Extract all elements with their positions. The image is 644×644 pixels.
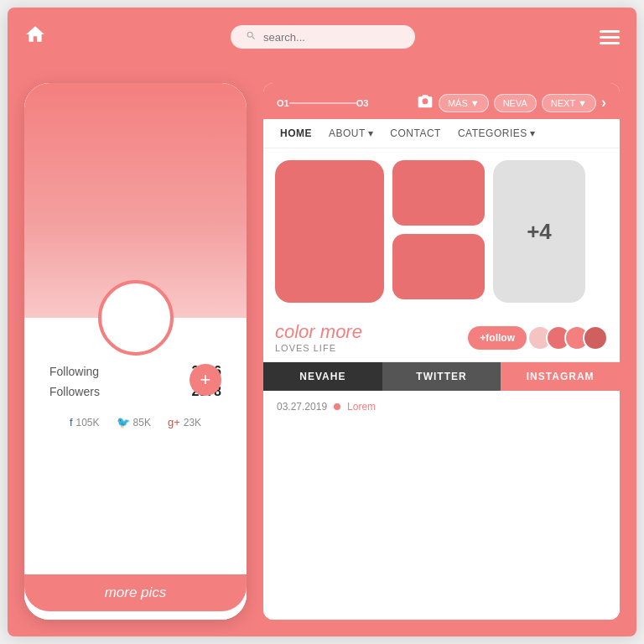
social-tabs: NEVAHE TWITTER INSTAGRAM [263,361,620,391]
left-panel: Following 2346 Followers 2378 + f 105K [24,83,247,620]
brand-text: color more LOVES LIFE [275,321,362,355]
next-arrow-icon[interactable]: › [601,94,606,112]
top-bar [8,8,636,66]
neva-button[interactable]: NEVA [494,94,537,112]
image-small-bottom [392,234,485,299]
search-input[interactable] [263,31,397,44]
phone-top-gradient [24,83,247,318]
slider-indicators: O1 O3 [277,98,417,108]
hamburger-line [600,36,620,39]
brand-tagline: LOVES LIFE [275,343,362,354]
content-bottom: 03.27.2019 Lorem [263,391,620,620]
hamburger-menu[interactable] [600,30,620,44]
search-bar[interactable] [231,25,415,49]
following-label: Following [49,365,99,378]
slider-buttons: MÁS ▼ NEVA NEXT ▼ › [417,93,606,112]
twitter-stat: 🐦 85K [117,416,151,428]
image-large [275,160,384,303]
dot-separator [334,403,340,410]
nav-home[interactable]: HOME [280,127,312,139]
google-value: 23K [184,417,201,428]
right-panel: O1 O3 MÁS ▼ NEVA [263,83,620,620]
google-stat: g+ 23K [168,416,201,428]
image-column [392,160,485,303]
main-content: Following 2346 Followers 2378 + f 105K [8,66,636,636]
avatar-circle-4 [583,325,608,351]
facebook-value: 105K [76,417,100,428]
image-small-top [392,160,485,226]
brand-follow-row: color more LOVES LIFE +follow [263,314,620,361]
hamburger-line [600,42,620,44]
nav-categories[interactable]: CATEGORIES ▾ [458,127,535,139]
phone-bottom: Following 2346 Followers 2378 + f 105K [24,318,247,620]
more-images[interactable]: +4 [493,160,585,303]
more-pics-bar[interactable]: more pics [24,574,247,611]
date-text: 03.27.2019 [277,401,327,413]
search-icon [246,30,257,44]
image-grid: +4 [263,148,620,314]
date-row: 03.27.2019 Lorem [277,401,606,413]
avatar [98,280,174,356]
follow-button[interactable]: +follow [468,326,527,350]
nav-about[interactable]: ABOUT ▾ [329,127,373,139]
mas-button[interactable]: MÁS ▼ [439,94,489,112]
categories-chevron-icon: ▾ [530,127,536,139]
twitter-value: 85K [133,417,151,428]
home-icon[interactable] [24,23,46,50]
lorem-link[interactable]: Lorem [347,401,376,413]
step1-label: O1 [277,98,289,108]
brand-name: color more [275,321,362,343]
google-icon: g+ [168,416,180,428]
twitter-icon: 🐦 [117,416,130,428]
slider-nav: O1 O3 MÁS ▼ NEVA [263,83,620,119]
nav-contact[interactable]: CONTACT [390,127,441,139]
site-nav: HOME ABOUT ▾ CONTACT CATEGORIES ▾ [263,119,620,148]
hamburger-line [600,30,620,33]
plus-button[interactable]: + [190,364,221,396]
tab-twitter[interactable]: TWITTER [382,362,501,391]
follow-area: +follow [468,325,608,351]
stats-wrapper: Following 2346 Followers 2378 + [24,364,247,399]
facebook-icon: f [70,416,73,428]
camera-icon [417,93,434,112]
facebook-stat: f 105K [70,416,100,428]
avatar-circles [522,325,608,351]
phone-card: Following 2346 Followers 2378 + f 105K [24,83,247,620]
about-chevron-icon: ▾ [368,127,374,139]
tab-instagram[interactable]: INSTAGRAM [501,362,620,391]
step-line [289,102,356,104]
tab-nevahe[interactable]: NEVAHE [263,362,382,391]
step3-label: O3 [356,98,369,108]
followers-label: Followers [49,385,100,398]
social-stats-row: f 105K 🐦 85K g+ 23K [70,416,201,428]
next-button[interactable]: NEXT ▼ [542,94,596,112]
